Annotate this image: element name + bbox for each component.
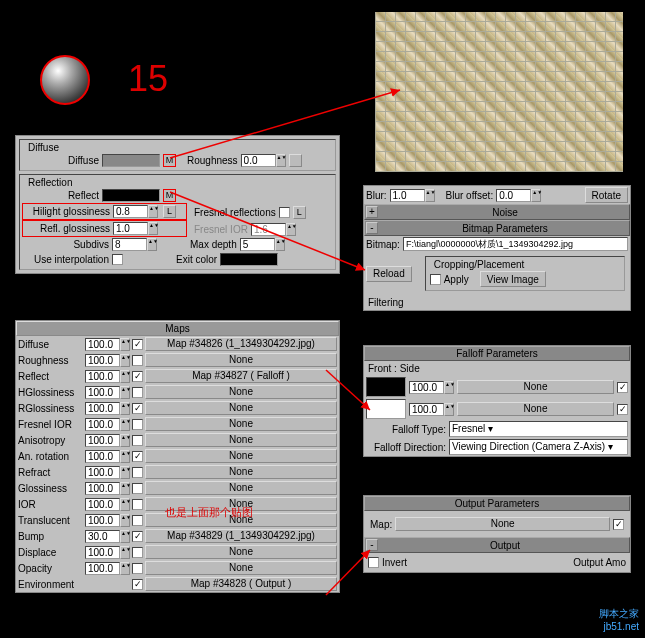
- map-amount-spinner[interactable]: ▲▼: [85, 354, 130, 367]
- map-amount-spinner[interactable]: ▲▼: [85, 498, 130, 511]
- map-enable-checkbox[interactable]: ✓: [132, 371, 143, 382]
- hilight-spinner[interactable]: ▲▼: [113, 205, 158, 218]
- map-enable-checkbox[interactable]: [132, 355, 143, 366]
- roughness-spinner[interactable]: ▲▼: [241, 154, 286, 167]
- reflect-color-swatch[interactable]: [102, 189, 160, 202]
- diffuse-title: Diffuse: [25, 142, 62, 153]
- annotation-ior: 也是上面那个贴图: [165, 505, 253, 520]
- map-amount-spinner[interactable]: ▲▼: [85, 562, 130, 575]
- map-slot-button[interactable]: None: [145, 401, 337, 415]
- map-amount-spinner[interactable]: ▲▼: [85, 466, 130, 479]
- map-enable-checkbox[interactable]: [132, 435, 143, 446]
- bitmap-params-header[interactable]: -Bitmap Parameters: [364, 220, 630, 236]
- blur-spinner[interactable]: ▲▼: [390, 189, 435, 202]
- map-row: Roughness▲▼None: [16, 352, 339, 368]
- map-row: Opacity▲▼None: [16, 560, 339, 576]
- map-slot-button[interactable]: Map #34828 ( Output ): [145, 577, 337, 591]
- map-enable-checkbox[interactable]: [132, 563, 143, 574]
- view-image-button[interactable]: View Image: [480, 271, 546, 287]
- map-amount-spinner[interactable]: ▲▼: [85, 402, 130, 415]
- map-amount-spinner[interactable]: ▲▼: [85, 482, 130, 495]
- map-slot-button[interactable]: None: [145, 449, 337, 463]
- map-amount-spinner[interactable]: ▲▼: [85, 530, 130, 543]
- map-slot-button[interactable]: None: [145, 545, 337, 559]
- rotate-button[interactable]: Rotate: [585, 187, 628, 203]
- map-enable-checkbox[interactable]: [132, 515, 143, 526]
- falloff-amt1-spinner[interactable]: ▲▼: [409, 381, 454, 394]
- roughness-map-button[interactable]: [289, 154, 302, 167]
- map-slot-button[interactable]: None: [145, 353, 337, 367]
- map-slot-button[interactable]: None: [145, 433, 337, 447]
- refl-gloss-spinner[interactable]: ▲▼: [113, 222, 158, 235]
- map-amount-spinner[interactable]: ▲▼: [85, 370, 130, 383]
- falloff-amt2-spinner[interactable]: ▲▼: [409, 403, 454, 416]
- falloff-slot2[interactable]: None: [457, 402, 614, 416]
- interp-checkbox[interactable]: [112, 254, 123, 265]
- invert-checkbox[interactable]: [368, 557, 379, 568]
- map-enable-checkbox[interactable]: ✓: [132, 451, 143, 462]
- map-slot-button[interactable]: Map #34826 (1_1349304292.jpg): [145, 337, 337, 351]
- map-amount-spinner[interactable]: ▲▼: [85, 386, 130, 399]
- map-slot-button[interactable]: Map #34827 ( Falloff ): [145, 369, 337, 383]
- map-row: Fresnel IOR▲▼None: [16, 416, 339, 432]
- map-label: Fresnel IOR: [18, 419, 83, 430]
- reflect-map-button[interactable]: M: [163, 189, 176, 202]
- apply-label: Apply: [444, 274, 469, 285]
- map-row: Bump▲▼✓Map #34829 (1_1349304292.jpg): [16, 528, 339, 544]
- falloff-color2[interactable]: [366, 399, 406, 419]
- map-slot-button[interactable]: None: [145, 385, 337, 399]
- map-enable-checkbox[interactable]: [132, 467, 143, 478]
- subdivs-spinner[interactable]: ▲▼: [112, 238, 157, 251]
- map-enable-checkbox[interactable]: [132, 419, 143, 430]
- falloff-color1[interactable]: [366, 377, 406, 397]
- maxdepth-spinner[interactable]: ▲▼: [240, 238, 285, 251]
- map-slot-button[interactable]: None: [145, 417, 337, 431]
- diffuse-color-swatch[interactable]: [102, 154, 160, 167]
- map-label: Glossiness: [18, 483, 83, 494]
- map-amount-spinner[interactable]: ▲▼: [85, 546, 130, 559]
- map-enable-checkbox[interactable]: ✓: [132, 531, 143, 542]
- output-header[interactable]: -Output: [364, 537, 630, 553]
- map-enable-checkbox[interactable]: [132, 547, 143, 558]
- apply-checkbox[interactable]: [430, 274, 441, 285]
- map-amount-spinner[interactable]: ▲▼: [85, 338, 130, 351]
- map-enable-checkbox[interactable]: ✓: [132, 403, 143, 414]
- map-enable-checkbox[interactable]: [132, 499, 143, 510]
- map-amount-spinner[interactable]: ▲▼: [85, 450, 130, 463]
- hilight-lock-button[interactable]: L: [163, 205, 176, 218]
- map-label: Environment: [18, 579, 83, 590]
- falloff-type-select[interactable]: Fresnel ▾: [449, 421, 628, 437]
- map-amount-spinner[interactable]: ▲▼: [85, 434, 130, 447]
- map-slot-button[interactable]: Map #34829 (1_1349304292.jpg): [145, 529, 337, 543]
- blur-offset-spinner[interactable]: ▲▼: [496, 189, 541, 202]
- map-label: Bump: [18, 531, 83, 542]
- map-label: An. rotation: [18, 451, 83, 462]
- fresnel-ior-spinner[interactable]: ▲▼: [251, 223, 296, 236]
- output-map-slot[interactable]: None: [395, 517, 610, 531]
- map-amount-spinner[interactable]: ▲▼: [85, 514, 130, 527]
- fresnel-refl-checkbox[interactable]: [279, 207, 290, 218]
- map-amount-spinner[interactable]: ▲▼: [85, 418, 130, 431]
- fresnel-lock-button[interactable]: L: [293, 206, 306, 219]
- map-enable-checkbox[interactable]: ✓: [132, 579, 143, 590]
- exit-color-swatch[interactable]: [220, 253, 278, 266]
- map-slot-button[interactable]: None: [145, 481, 337, 495]
- output-map-chk[interactable]: ✓: [613, 519, 624, 530]
- falloff-slot1[interactable]: None: [457, 380, 614, 394]
- map-enable-checkbox[interactable]: [132, 483, 143, 494]
- map-enable-checkbox[interactable]: ✓: [132, 339, 143, 350]
- reload-button[interactable]: Reload: [366, 266, 412, 282]
- falloff-header[interactable]: Falloff Parameters: [364, 346, 630, 361]
- falloff-chk2[interactable]: ✓: [617, 404, 628, 415]
- diffuse-map-button[interactable]: M: [163, 154, 176, 167]
- output-params-header[interactable]: Output Parameters: [364, 496, 630, 511]
- bitmap-path-field[interactable]: F:\tiangl\0000000\材质\1_1349304292.jpg: [403, 237, 628, 251]
- map-enable-checkbox[interactable]: [132, 387, 143, 398]
- noise-header[interactable]: +Noise: [364, 204, 630, 220]
- falloff-dir-select[interactable]: Viewing Direction (Camera Z-Axis) ▾: [449, 439, 628, 455]
- maps-header[interactable]: Maps: [16, 321, 339, 336]
- falloff-chk1[interactable]: ✓: [617, 382, 628, 393]
- map-label: Anisotropy: [18, 435, 83, 446]
- map-slot-button[interactable]: None: [145, 465, 337, 479]
- map-slot-button[interactable]: None: [145, 561, 337, 575]
